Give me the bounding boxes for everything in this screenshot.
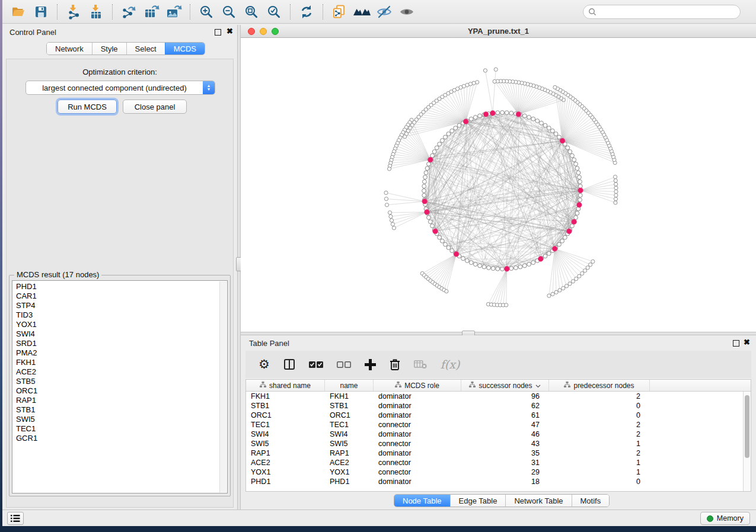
mcds-result-list: PHD1CAR1STP4TID3YOX1SWI4SRD1PMA2FKH1ACE2…: [12, 282, 219, 443]
task-history-icon[interactable]: [7, 512, 24, 525]
zoom-selected-region-icon[interactable]: [263, 2, 285, 21]
table-row[interactable]: SWI5SWI5connector431: [246, 439, 751, 448]
zoom-in-icon[interactable]: [195, 2, 218, 21]
minimize-window-icon[interactable]: [260, 28, 267, 35]
close-window-icon[interactable]: [248, 28, 255, 35]
list-item[interactable]: ORC1: [12, 386, 219, 396]
zoom-out-icon[interactable]: [218, 2, 240, 21]
table-tab-edge-table[interactable]: Edge Table: [450, 495, 506, 507]
table-row[interactable]: SWI4SWI4dominator462: [246, 430, 751, 439]
table-tab-motifs[interactable]: Motifs: [572, 495, 610, 507]
run-mcds-button[interactable]: Run MCDS: [58, 100, 117, 114]
list-item[interactable]: GCR1: [12, 434, 219, 443]
list-item[interactable]: ACE2: [12, 367, 219, 377]
export-table-icon[interactable]: [140, 2, 162, 21]
tab-mcds[interactable]: MCDS: [165, 43, 205, 55]
table-row[interactable]: ORC1ORC1dominator610: [246, 411, 751, 420]
network-graph[interactable]: [241, 38, 756, 332]
toolbar-separator: [290, 4, 291, 20]
table-row[interactable]: ACE2ACE2connector311: [246, 458, 751, 467]
column-header-shared-name[interactable]: shared name: [246, 380, 325, 391]
export-network-icon[interactable]: [117, 2, 140, 21]
table-row[interactable]: RAP1RAP1dominator352: [246, 448, 751, 458]
hide-selected-icon[interactable]: [373, 2, 395, 21]
cell-shared_name: FKH1: [246, 392, 325, 400]
column-header-MCDS-role[interactable]: MCDS role: [374, 380, 461, 391]
table-tab-network-table[interactable]: Network Table: [505, 495, 571, 507]
save-session-icon[interactable]: [30, 2, 52, 21]
table-vertical-scrollbar[interactable]: [743, 392, 751, 491]
cell-name: FKH1: [325, 392, 374, 400]
apply-preferred-layout-icon[interactable]: [295, 2, 318, 21]
tab-network[interactable]: Network: [47, 43, 92, 55]
cell-mcds_role: dominator: [374, 402, 461, 410]
list-item[interactable]: CAR1: [12, 291, 219, 301]
zoom-fit-content-icon[interactable]: [240, 2, 263, 21]
list-item[interactable]: STP4: [12, 301, 219, 310]
select-first-neighbors-icon[interactable]: [350, 2, 373, 21]
float-panel-icon[interactable]: [733, 340, 739, 347]
create-column-icon[interactable]: [365, 355, 376, 373]
column-header-name[interactable]: name: [325, 380, 374, 391]
deselect-all-columns-icon[interactable]: [337, 355, 351, 373]
show-all-icon[interactable]: [395, 2, 418, 21]
select-all-columns-icon[interactable]: [309, 355, 323, 373]
open-folder-icon[interactable]: [7, 2, 30, 21]
table-row[interactable]: STB1STB1dominator620: [246, 401, 751, 411]
table-options-gear-icon[interactable]: ⚙: [259, 355, 270, 373]
search-input[interactable]: [599, 8, 735, 16]
list-item[interactable]: RAP1: [12, 396, 219, 405]
import-table-icon[interactable]: [85, 2, 107, 21]
table-row[interactable]: FKH1FKH1dominator962: [246, 392, 751, 401]
column-header-predecessor-nodes[interactable]: predecessor nodes: [549, 380, 650, 391]
tab-select[interactable]: Select: [126, 43, 165, 55]
list-item[interactable]: YOX1: [12, 320, 219, 329]
cell-predecessor_nodes: 0: [549, 477, 650, 486]
list-item[interactable]: STB5: [12, 377, 219, 386]
list-item[interactable]: TEC1: [12, 424, 219, 434]
memory-button[interactable]: Memory: [700, 512, 750, 525]
cell-mcds_role: dominator: [374, 430, 461, 438]
cell-shared_name: SWI4: [246, 430, 325, 438]
list-item[interactable]: SWI4: [12, 329, 219, 339]
float-panel-icon[interactable]: [215, 29, 221, 36]
cell-shared_name: ORC1: [246, 411, 325, 419]
delete-column-icon[interactable]: [390, 355, 400, 373]
list-item[interactable]: FKH1: [12, 358, 219, 367]
column-header-successor-nodes[interactable]: successor nodes: [461, 380, 549, 391]
column-header-label: successor nodes: [479, 382, 532, 390]
criterion-dropdown[interactable]: largest connected component (undirected)…: [25, 81, 215, 95]
cell-shared_name: RAP1: [246, 449, 325, 457]
toolbar-separator: [190, 4, 190, 20]
memory-button-label: Memory: [717, 514, 744, 523]
cell-successor_nodes: 29: [461, 468, 549, 476]
cell-predecessor_nodes: 2: [549, 421, 650, 429]
network-canvas[interactable]: [241, 38, 756, 332]
table-tab-node-table[interactable]: Node Table: [394, 495, 450, 507]
close-panel-icon[interactable]: ✖: [227, 27, 233, 36]
column-header-label: name: [340, 382, 358, 390]
close-panel-button[interactable]: Close panel: [123, 100, 187, 114]
table-row[interactable]: PHD1PHD1dominator180: [246, 477, 751, 486]
show-column-icon[interactable]: [283, 355, 295, 373]
list-item[interactable]: PHD1: [12, 282, 219, 291]
list-item[interactable]: PMA2: [12, 348, 219, 358]
cell-name: YOX1: [325, 468, 374, 476]
table-row[interactable]: TEC1TEC1connector472: [246, 420, 751, 430]
list-item[interactable]: SWI5: [12, 415, 219, 424]
table-row[interactable]: YOX1YOX1connector291: [246, 467, 751, 477]
list-item[interactable]: STB1: [12, 405, 219, 415]
mcds-result-scrollbar[interactable]: [219, 281, 227, 492]
cell-mcds_role: dominator: [374, 477, 461, 486]
scrollbar-thumb[interactable]: [745, 395, 749, 458]
cell-mcds_role: connector: [374, 421, 461, 429]
maximize-window-icon[interactable]: [272, 28, 279, 35]
tab-style[interactable]: Style: [92, 43, 126, 55]
clone-network-icon[interactable]: [328, 2, 350, 21]
close-panel-icon[interactable]: ✖: [744, 338, 750, 347]
list-item[interactable]: SRD1: [12, 339, 219, 348]
cell-shared_name: PHD1: [246, 477, 325, 486]
export-image-icon[interactable]: [162, 2, 185, 21]
import-network-icon[interactable]: [62, 2, 85, 21]
list-item[interactable]: TID3: [12, 310, 219, 320]
